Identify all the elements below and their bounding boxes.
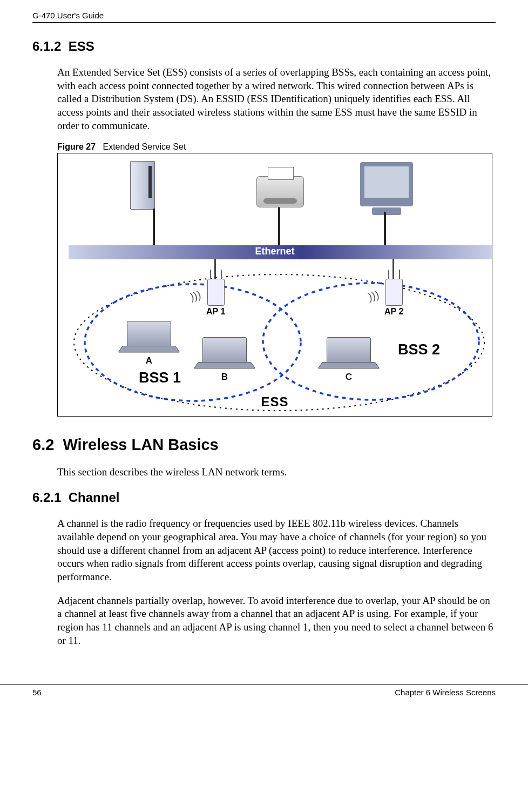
para-channel-1: A channel is the radio frequency or freq…	[57, 517, 496, 583]
para-wlan-basics: This section describes the wireless LAN …	[57, 466, 496, 479]
figure-title: Extended Service Set	[103, 142, 186, 151]
page-number: 56	[32, 688, 42, 697]
para-channel-2: Adjacent channels partially overlap, how…	[57, 594, 496, 648]
laptop-b-label: B	[221, 372, 228, 382]
cable-icon	[392, 259, 394, 279]
heading-6-2: 6.2 Wireless LAN Basics	[32, 436, 496, 454]
bss2-label: BSS 2	[398, 341, 440, 358]
bss1-label: BSS 1	[139, 370, 181, 386]
cable-icon	[278, 207, 280, 245]
server-tower-icon	[130, 161, 155, 210]
page-footer: 56 Chapter 6 Wireless Screens	[0, 684, 528, 708]
chapter-name: Chapter 6 Wireless Screens	[395, 688, 496, 697]
cable-icon	[384, 212, 386, 245]
heading-6-2-1: 6.2.1 Channel	[32, 490, 496, 505]
para-ess-intro: An Extended Service Set (ESS) consists o…	[57, 66, 496, 132]
heading-title: Wireless LAN Basics	[63, 436, 218, 453]
ess-label: ESS	[261, 394, 288, 410]
heading-6-1-2: 6.1.2 ESS	[32, 39, 496, 54]
figure-ess-diagram: Ethernet ))) AP 1 ))) AP 2 A	[57, 153, 492, 417]
laptop-c-label: C	[346, 372, 352, 382]
running-header: G-470 User's Guide	[32, 11, 496, 23]
heading-title: Channel	[69, 490, 120, 505]
laptop-a-label: A	[146, 355, 152, 366]
laptop-a-icon: A	[123, 321, 175, 366]
ethernet-label: Ethernet	[255, 246, 294, 257]
laptop-b-icon: B	[198, 337, 251, 382]
ap2-icon: ))) AP 2	[384, 279, 403, 317]
heading-num: 6.2	[32, 436, 54, 453]
printer-icon	[256, 176, 304, 207]
heading-num: 6.1.2	[32, 39, 61, 53]
cable-icon	[153, 209, 155, 245]
ap1-label: AP 1	[206, 307, 225, 317]
ap2-label: AP 2	[384, 307, 403, 317]
ap1-icon: ))) AP 1	[206, 279, 225, 317]
heading-title: ESS	[69, 39, 94, 53]
heading-num: 6.2.1	[32, 490, 61, 505]
figure-label: Figure 27	[57, 142, 96, 151]
signal-waves-icon: )))	[188, 288, 202, 303]
figure-caption: Figure 27 Extended Service Set	[57, 142, 496, 152]
laptop-c-icon: C	[322, 337, 375, 382]
cable-icon	[214, 259, 216, 279]
signal-waves-icon: )))	[367, 288, 380, 303]
monitor-icon	[360, 162, 413, 206]
